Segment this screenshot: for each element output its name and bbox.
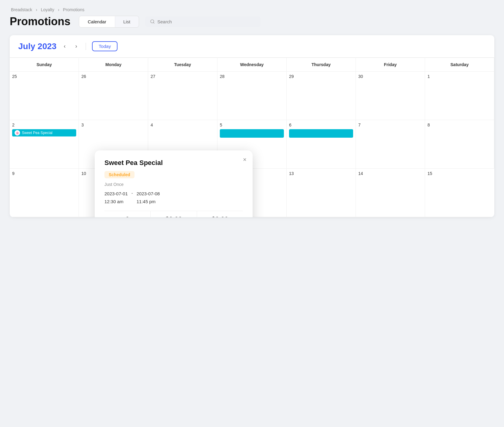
search-input[interactable] [157, 19, 256, 24]
view-list-button[interactable]: List [115, 16, 139, 27]
day-num: 25 [12, 74, 76, 79]
status-badge: Scheduled [104, 171, 135, 178]
popup-end-date: 2023-07-08 [137, 190, 160, 198]
stats-row: 0 Products Sold $0.00 Revenue $0.00 Gros… [104, 211, 243, 217]
day-cell-6: 6 [287, 120, 356, 169]
day-cell-25: 25 [10, 72, 79, 120]
day-num: 4 [151, 123, 215, 127]
day-cell-8: 8 [425, 120, 494, 169]
stat-revenue: $0.00 Revenue [151, 211, 197, 217]
popup-close-button[interactable]: × [243, 156, 247, 163]
day-header-wednesday: Wednesday [217, 58, 287, 72]
breadcrumb-promotions[interactable]: Promotions [63, 7, 84, 12]
day-num: 27 [151, 74, 215, 79]
day-cell-15: 15 [425, 169, 494, 217]
promotion-popup: × Sweet Pea Special Scheduled Just Once … [95, 150, 253, 217]
popup-title: Sweet Pea Special [104, 159, 243, 167]
popup-end-time: 11:45 pm [137, 198, 160, 206]
day-num: 30 [358, 74, 422, 79]
day-num: 28 [220, 74, 284, 79]
day-num: 3 [81, 123, 145, 127]
stat-revenue-value: $0.00 [151, 215, 196, 217]
event-bar-cont-5 [220, 129, 284, 138]
page-title: Promotions [10, 15, 70, 28]
day-cell-14: 14 [356, 169, 425, 217]
day-num: 2 [12, 123, 76, 127]
today-button[interactable]: Today [92, 41, 117, 51]
popup-recurrence: Just Once [104, 182, 243, 187]
day-cell-28: 28 [217, 72, 287, 120]
day-header-thursday: Thursday [287, 58, 356, 72]
breadcrumb: Breadstack › Loyalty › Promotions [10, 7, 494, 12]
view-toggle: Calendar List [79, 16, 139, 28]
day-header-friday: Friday [356, 58, 425, 72]
popup-overlay: × Sweet Pea Special Scheduled Just Once … [95, 150, 253, 217]
day-num: 29 [289, 74, 353, 79]
popup-start-date: 2023-07-01 [104, 190, 128, 198]
search-icon [150, 19, 155, 24]
day-num: 7 [358, 123, 422, 127]
breadcrumb-loyalty[interactable]: Loyalty [41, 7, 54, 12]
event-bar-label: Sweet Pea Special [22, 131, 53, 135]
day-num: 13 [289, 171, 353, 176]
day-cell-29: 29 [287, 72, 356, 120]
event-bar-cont-6 [289, 129, 353, 138]
stat-gross-profit-value: $0.00 [197, 215, 243, 217]
day-num: 15 [427, 171, 492, 176]
breadcrumb-breadstack[interactable]: Breadstack [11, 7, 32, 12]
prev-month-button[interactable]: ‹ [61, 42, 68, 51]
day-cell-9: 9 [10, 169, 79, 217]
day-num: 8 [427, 123, 492, 127]
popup-start-col: 2023-07-01 12:30 am [104, 190, 128, 205]
day-cell-27: 27 [148, 72, 217, 120]
day-header-sunday: Sunday [10, 58, 79, 72]
popup-start-time: 12:30 am [104, 198, 128, 206]
view-calendar-button[interactable]: Calendar [79, 16, 115, 27]
day-num: 9 [12, 171, 76, 176]
calendar-month-title: July 2023 [18, 42, 56, 51]
day-cell-30: 30 [356, 72, 425, 120]
day-header-tuesday: Tuesday [148, 58, 217, 72]
popup-end-col: 2023-07-08 11:45 pm [137, 190, 160, 205]
day-cell-7: 7 [356, 120, 425, 169]
day-cell-13: 13 [287, 169, 356, 217]
nav-divider [86, 43, 86, 50]
popup-date-dash: - [131, 190, 133, 196]
breadcrumb-sep2: › [58, 7, 60, 12]
stat-products-sold-value: 0 [104, 215, 150, 217]
calendar-container: July 2023 ‹ › Today Sunday Monday Tuesda… [10, 35, 494, 217]
next-month-button[interactable]: › [73, 42, 80, 51]
popup-dates: 2023-07-01 12:30 am - 2023-07-08 11:45 p… [104, 190, 243, 205]
day-num: 6 [289, 123, 353, 127]
day-num: 26 [81, 74, 145, 79]
day-cell-26: 26 [79, 72, 148, 120]
day-cell-1: 1 [425, 72, 494, 120]
event-bar-sweet-pea[interactable]: 🌸 Sweet Pea Special [12, 129, 76, 136]
day-header-monday: Monday [79, 58, 148, 72]
day-num: 5 [220, 123, 284, 127]
svg-line-1 [153, 22, 154, 23]
breadcrumb-sep1: › [36, 7, 37, 12]
day-header-saturday: Saturday [425, 58, 494, 72]
day-num: 14 [358, 171, 422, 176]
day-cell-2: 2 🌸 Sweet Pea Special [10, 120, 79, 169]
day-num: 1 [427, 74, 492, 79]
event-avatar: 🌸 [15, 130, 20, 136]
search-box [145, 16, 261, 27]
stat-products-sold: 0 Products Sold [104, 211, 151, 217]
calendar-header: July 2023 ‹ › Today [10, 35, 494, 58]
stat-gross-profit: $0.00 Gross Profit [197, 211, 243, 217]
